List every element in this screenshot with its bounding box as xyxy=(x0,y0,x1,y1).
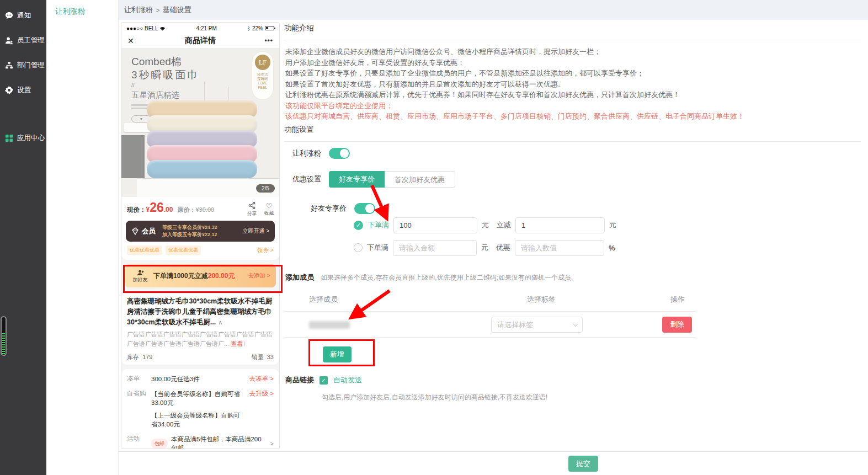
app-grid-icon xyxy=(5,134,13,142)
favorite-button[interactable]: ♡ 收藏 xyxy=(264,202,274,216)
add-members-note: 如果选择多个成员,存在会员直推上级的,优先使用上级二维码;如果没有的随机一个成员… xyxy=(321,273,573,282)
share-button[interactable]: 分享 xyxy=(247,202,257,216)
order-amount-rule-row-1: ✓ 下单满 元 立减 元 xyxy=(354,217,616,233)
friend-offer-highlight: 200.00元 xyxy=(208,272,235,280)
discount-label: 优惠设置 xyxy=(292,174,321,184)
towel-stack xyxy=(147,100,257,178)
member-name-redacted xyxy=(309,321,350,329)
add-friend-label: 加好友 xyxy=(130,277,150,282)
radio-checked-icon[interactable]: ✓ xyxy=(354,221,363,230)
get-coupon-link[interactable]: 领券 > xyxy=(257,247,274,254)
coupon-row: 优惠优惠优惠 优惠优惠优惠 领券 > xyxy=(121,245,279,260)
rangli-toggle[interactable] xyxy=(329,148,350,159)
sidebar-item-label: 通知 xyxy=(17,11,31,20)
cabinet-decor xyxy=(121,135,145,178)
original-price-label: 原价： xyxy=(177,206,195,213)
auto-send-checkbox[interactable]: ✓ xyxy=(319,376,328,385)
column-select-tag: 选择标签 xyxy=(527,295,556,305)
brand-sub-text: 轻生活 xyxy=(252,72,273,77)
chevron-right-icon[interactable]: > xyxy=(270,439,274,448)
view-more-link[interactable]: 查看〉 xyxy=(231,340,249,347)
sidebar-item-app-center[interactable]: 应用中心 xyxy=(0,126,46,151)
member-line-2: 加入等级五专享价¥22.12 xyxy=(162,231,242,238)
discount-tabs: 好友专享价 首次加好友优惠 xyxy=(329,171,455,188)
product-link-label: 商品链接 xyxy=(285,375,314,385)
member-banner-wrap: 会员 等级三专享会员价¥24.32 加入等级五专享价¥22.12 立即开通 > xyxy=(121,218,279,245)
collapse-icon[interactable]: ∧ xyxy=(218,319,222,325)
promo-rows-section: 凑单 300.00元任选3件 去凑单 > 自省购 【当前会员等级名称】自购可省3… xyxy=(121,369,279,449)
employee-icon xyxy=(5,36,13,45)
share-label: 分享 xyxy=(247,211,257,216)
content-area: 让利涨粉 > 基础设置 ●●●○○ BELL 4:21 PM ᛒ 2 xyxy=(119,0,868,475)
reduce-amount-input[interactable] xyxy=(515,217,605,233)
friend-price-toggle-row: 好友专享价 xyxy=(311,203,375,214)
friend-offer-text: 下单满1000元立减 xyxy=(153,272,208,280)
delete-member-button[interactable]: 删除 xyxy=(662,317,692,333)
phone-preview-card: ●●●○○ BELL 4:21 PM ᛒ 22% ✕ 商品详情 • xyxy=(121,22,280,449)
order-min-label: 下单满 xyxy=(368,220,389,230)
more-icon[interactable]: ••• xyxy=(257,37,273,45)
carrier-label: ●●●○○ BELL xyxy=(126,25,158,31)
price-integer: 26 xyxy=(150,200,164,215)
radio-unchecked-icon[interactable] xyxy=(354,243,363,252)
phone-product-section: ●●●○○ BELL 4:21 PM ᛒ 22% ✕ 商品详情 • xyxy=(121,23,279,260)
brand-sub-text: 深睡眠 xyxy=(252,77,273,81)
chat-bubble-icon xyxy=(5,12,13,20)
tab-friend-price[interactable]: 好友专享价 xyxy=(329,171,385,188)
price-decimal: .00 xyxy=(164,206,173,214)
submit-button[interactable]: 提交 xyxy=(568,456,598,472)
selfbuy-label: 自省购 xyxy=(127,389,151,398)
intro-line: 未添加企业微信成员好友的微信用户访问微信公众号、微信小程序商品详情页时，提示加好… xyxy=(285,46,744,57)
brand-sub-text: LOVE xyxy=(252,81,273,86)
sidebar-item-department-management[interactable]: 部门管理 xyxy=(0,53,46,78)
friend-price-toggle[interactable] xyxy=(354,203,375,214)
sidebar-item-label: 应用中心 xyxy=(17,134,45,143)
submenu-item-rangli[interactable]: 让利涨粉 xyxy=(46,0,118,17)
column-select-member: 选择成员 xyxy=(309,295,338,305)
breadcrumb-parent[interactable]: 让利涨粉 xyxy=(124,5,153,15)
battery-percent: 22% xyxy=(252,25,263,31)
battery-fill xyxy=(2,333,5,354)
go-upgrade-link[interactable]: 去升级 > xyxy=(249,389,274,398)
sidebar-item-employee-management[interactable]: 员工管理 xyxy=(0,28,46,53)
members-table-header: 选择成员 选择标签 操作 xyxy=(284,295,695,306)
sidebar-item-label: 部门管理 xyxy=(17,61,45,70)
order-min-label: 下单满 xyxy=(367,243,388,253)
intro-warning-line: 该优惠只对商城自营、供应商、租赁、应用市场、应用市场子平台、多门店项目核销、门店… xyxy=(285,111,744,122)
chevron-down-icon xyxy=(573,321,578,327)
hero-text-3: // xyxy=(131,82,135,88)
battery-indicator-widget xyxy=(1,316,7,356)
close-icon[interactable]: ✕ xyxy=(127,36,144,45)
member-open-link[interactable]: 立即开通 > xyxy=(242,227,269,235)
department-icon xyxy=(5,61,13,70)
discount-setting-row: 优惠设置 好友专享价 首次加好友优惠 xyxy=(292,171,455,188)
stock-label: 库存 xyxy=(127,354,139,360)
column-actions: 操作 xyxy=(670,295,685,305)
rangli-toggle-row: 让利涨粉 xyxy=(292,148,350,159)
sidebar-item-label: 设置 xyxy=(17,86,31,95)
member-banner[interactable]: 会员 等级三专享会员价¥24.32 加入等级五专享价¥22.12 立即开通 > xyxy=(126,221,275,242)
tag-select[interactable]: 请选择标签 xyxy=(491,317,583,333)
product-link-note: 勾选后,用户添加好友后,自动发送添加好友时访问的商品链接,不再发送欢迎语! xyxy=(322,393,547,402)
tab-first-add-discount[interactable]: 首次加好友优惠 xyxy=(385,171,455,188)
sales-value: 33 xyxy=(267,354,274,360)
hero-text-1: Combed棉 xyxy=(131,55,182,69)
member-line-1: 等级三专享会员价¥24.32 xyxy=(162,224,242,231)
order-amount-input-2[interactable] xyxy=(393,240,477,256)
sidebar-item-settings[interactable]: 设置 xyxy=(0,78,46,103)
add-friend-banner[interactable]: 加好友 下单满1000元立减200.00元 去添加 > xyxy=(125,264,276,287)
add-member-button[interactable]: 新增 xyxy=(323,346,352,362)
brand-logo: LF xyxy=(255,55,270,70)
sidebar-item-notifications[interactable]: 通知 xyxy=(0,3,46,28)
go-coudan-link[interactable]: 去凑单 > xyxy=(249,375,274,383)
discount-percent-input[interactable] xyxy=(515,240,604,256)
unit-yuan: 元 xyxy=(481,243,488,253)
coupon-tag: 优惠优惠优惠 xyxy=(127,245,162,255)
member-table-row: 请选择标签 删除 xyxy=(284,311,695,338)
heart-icon: ♡ xyxy=(264,202,274,210)
selfbuy-line-1: 【当前会员等级名称】自购可省33.00元 xyxy=(151,389,246,407)
member-diamond-icon xyxy=(131,227,139,235)
order-amount-input[interactable] xyxy=(393,217,477,233)
activity-row: 活动 包邮 本商品满5件包邮，本商品满200包邮 > 满减 本商品满¥200立减… xyxy=(127,435,274,449)
go-add-friend-link[interactable]: 去添加 > xyxy=(248,272,270,280)
